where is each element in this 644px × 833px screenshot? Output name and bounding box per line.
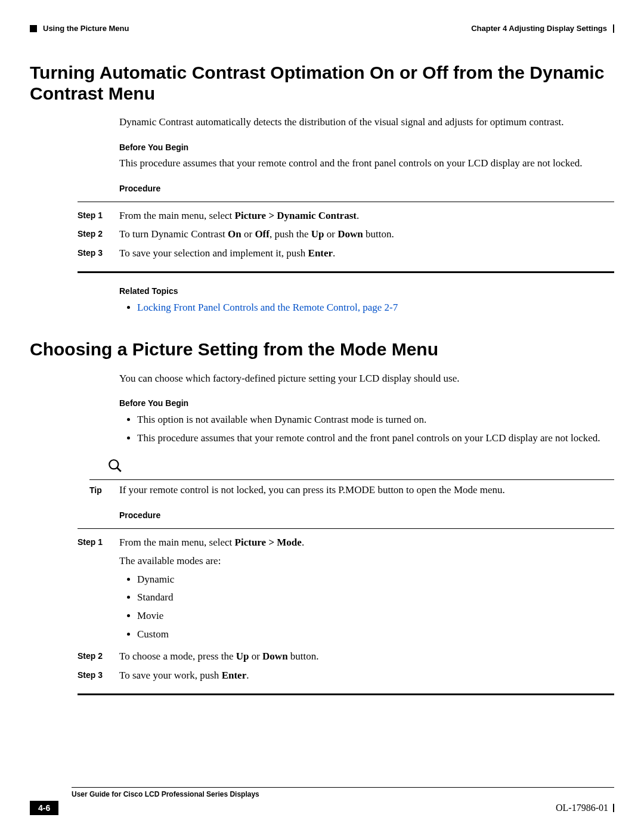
tip-text: If your remote control is not locked, yo… bbox=[119, 484, 505, 497]
rule bbox=[78, 202, 614, 202]
section2-before-label: Before You Begin bbox=[119, 398, 614, 408]
page-header: Using the Picture Menu Chapter 4 Adjusti… bbox=[30, 24, 614, 33]
header-chapter: Chapter 4 Adjusting Display Settings bbox=[471, 24, 607, 33]
step-row: Step 3To save your work, push Enter. bbox=[78, 668, 614, 683]
footer-rule bbox=[72, 787, 614, 788]
section1-body: Dynamic Contrast automatically detects t… bbox=[119, 116, 614, 193]
step-label: Step 2 bbox=[78, 649, 119, 664]
step-row: Step 3To save your selection and impleme… bbox=[78, 246, 614, 261]
footer-bar-icon bbox=[613, 804, 614, 812]
svg-line-1 bbox=[117, 467, 121, 472]
list-item: This option is not available when Dynami… bbox=[137, 413, 614, 428]
step-label: Step 1 bbox=[78, 535, 119, 646]
step-row: Step 2To turn Dynamic Contrast On or Off… bbox=[78, 227, 614, 242]
list-item: Standard bbox=[137, 590, 614, 605]
list-item: This procedure assumes that your remote … bbox=[137, 431, 614, 446]
footer-book-title: User Guide for Cisco LCD Professional Se… bbox=[72, 790, 259, 798]
list-item: Movie bbox=[137, 609, 614, 624]
page-footer: User Guide for Cisco LCD Professional Se… bbox=[30, 787, 614, 815]
section1-before-text: This procedure assumes that your remote … bbox=[119, 157, 614, 171]
header-left: Using the Picture Menu bbox=[30, 24, 129, 33]
section2-before-bullets: This option is not available when Dynami… bbox=[119, 413, 614, 445]
related-link[interactable]: Locking Front Panel Controls and the Rem… bbox=[137, 301, 614, 315]
step-text: From the main menu, select Picture > Dyn… bbox=[119, 208, 614, 224]
section1-intro: Dynamic Contrast automatically detects t… bbox=[119, 116, 614, 129]
tip-block: Tip If your remote control is not locked… bbox=[89, 458, 614, 497]
step-label: Step 3 bbox=[78, 246, 119, 261]
step-label: Step 1 bbox=[78, 208, 119, 224]
step-text: To save your selection and implement it,… bbox=[119, 246, 614, 261]
step-label: Step 2 bbox=[78, 227, 119, 242]
tip-icon-row bbox=[107, 458, 614, 476]
section2-procedure: Procedure bbox=[119, 510, 614, 520]
magnifier-icon bbox=[107, 458, 123, 473]
step-text: To turn Dynamic Contrast On or Off, push… bbox=[119, 227, 614, 242]
section2-steps: Step 1From the main menu, select Picture… bbox=[78, 528, 614, 696]
section1-related: Related Topics Locking Front Panel Contr… bbox=[119, 286, 614, 315]
step-text: From the main menu, select Picture > Mod… bbox=[119, 535, 614, 646]
list-item: Custom bbox=[137, 627, 614, 642]
tip-label: Tip bbox=[89, 485, 119, 495]
list-item: Dynamic bbox=[137, 572, 614, 587]
section1-before-label: Before You Begin bbox=[119, 143, 614, 152]
footer-doc-id: OL-17986-01 bbox=[556, 803, 608, 813]
section1-title: Turning Automatic Contrast Optimation On… bbox=[30, 63, 614, 104]
step-row: Step 2To choose a mode, press the Up or … bbox=[78, 649, 614, 664]
tip-row: Tip If your remote control is not locked… bbox=[89, 484, 614, 497]
header-square-icon bbox=[30, 25, 37, 32]
step-text: To save your work, push Enter. bbox=[119, 668, 614, 683]
related-link-text[interactable]: Locking Front Panel Controls and the Rem… bbox=[137, 302, 398, 313]
page-number: 4-6 bbox=[30, 801, 58, 815]
header-bar-icon bbox=[613, 24, 614, 33]
step-row: Step 1From the main menu, select Picture… bbox=[78, 208, 614, 224]
svg-point-0 bbox=[109, 460, 118, 469]
section2-body: You can choose which factory-defined pic… bbox=[119, 372, 614, 446]
step-label: Step 3 bbox=[78, 668, 119, 683]
rule bbox=[78, 271, 614, 273]
header-breadcrumb: Using the Picture Menu bbox=[43, 24, 129, 33]
step-row: Step 1From the main menu, select Picture… bbox=[78, 535, 614, 646]
rule bbox=[89, 479, 614, 480]
header-right: Chapter 4 Adjusting Display Settings bbox=[471, 24, 614, 33]
related-topics-label: Related Topics bbox=[119, 286, 614, 296]
step-text: To choose a mode, press the Up or Down b… bbox=[119, 649, 614, 664]
page: Using the Picture Menu Chapter 4 Adjusti… bbox=[0, 0, 644, 833]
rule bbox=[78, 528, 614, 529]
section1-steps: Step 1From the main menu, select Picture… bbox=[78, 202, 614, 274]
rule bbox=[78, 693, 614, 695]
section2-intro: You can choose which factory-defined pic… bbox=[119, 372, 614, 386]
section2-procedure-label: Procedure bbox=[119, 510, 614, 520]
section2-title: Choosing a Picture Setting from the Mode… bbox=[30, 339, 614, 360]
section1-procedure-label: Procedure bbox=[119, 184, 614, 193]
